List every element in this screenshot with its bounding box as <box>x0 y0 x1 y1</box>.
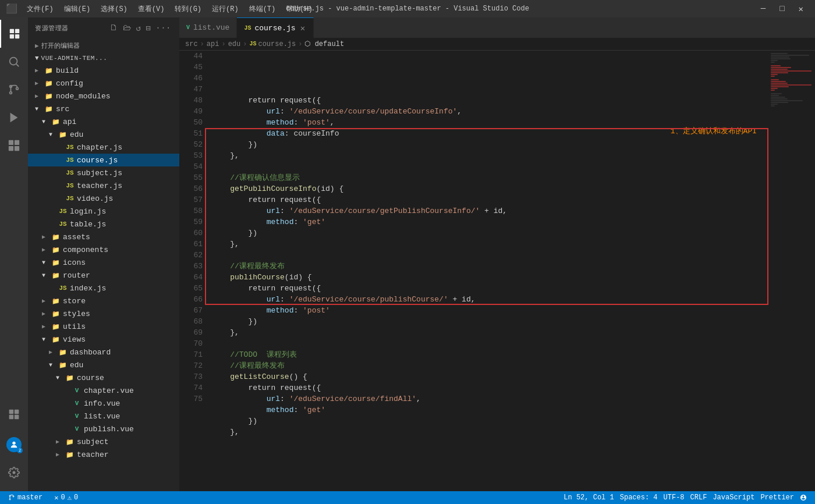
close-button[interactable]: ✕ <box>793 3 809 15</box>
code-line: method: 'get' <box>212 216 768 228</box>
new-folder-icon[interactable]: 🗁 <box>122 22 133 34</box>
tab-list-vue[interactable]: V list.vue <box>179 17 237 38</box>
status-position[interactable]: Ln 52, Col 1 <box>561 491 616 504</box>
code-token: }) <box>212 316 257 327</box>
activity-search[interactable] <box>0 48 28 76</box>
tree-label: subject.js <box>77 169 122 178</box>
tree-item-course.js[interactable]: JS course.js <box>28 154 179 166</box>
svg-rect-11 <box>15 140 19 145</box>
status-eol[interactable]: CRLF <box>688 491 710 504</box>
tree-item-video.js[interactable]: JS video.js <box>28 192 179 205</box>
status-spaces[interactable]: Spaces: 4 <box>618 491 660 504</box>
tree-item-components[interactable]: ▶ 📁 components <box>28 243 179 256</box>
status-language[interactable]: JavaScript <box>710 491 757 504</box>
tree-item-config[interactable]: ▶ 📁 config <box>28 77 179 90</box>
status-formatter[interactable]: Prettier <box>758 491 796 504</box>
activity-account[interactable]: 2 <box>0 431 28 459</box>
menu-item[interactable]: 查看(V) <box>133 3 169 15</box>
tree-item-teacher.js[interactable]: JS teacher.js <box>28 179 179 192</box>
svg-rect-16 <box>9 415 14 420</box>
open-editors-section[interactable]: ▶ 打开的编辑器 <box>28 39 179 52</box>
refresh-icon[interactable]: ↺ <box>134 22 142 34</box>
menu-item[interactable]: 选择(S) <box>96 3 132 15</box>
minimize-button[interactable]: ─ <box>755 3 771 15</box>
tree-item-build[interactable]: ▶ 📁 build <box>28 64 179 77</box>
tree-item-api[interactable]: ▼ 📁 api <box>28 115 179 128</box>
breadcrumb-default[interactable]: ⬡ default <box>304 40 344 48</box>
tree-item-publish.vue[interactable]: V publish.vue <box>28 423 179 435</box>
code-line <box>212 161 768 172</box>
tree-item-edu2[interactable]: ▼ 📁 edu <box>28 359 179 371</box>
status-feedback[interactable] <box>798 491 809 504</box>
tab-close-button[interactable]: ✕ <box>299 23 306 34</box>
activity-git[interactable] <box>0 76 28 104</box>
tree-item-icons[interactable]: ▼ 📁 icons <box>28 256 179 269</box>
code-editor[interactable]: 4445464748495051525354555657585960616263… <box>179 51 768 491</box>
code-token: }, <box>212 150 239 161</box>
more-icon[interactable]: ··· <box>154 22 172 34</box>
tree-label: table.js <box>70 220 106 229</box>
status-errors[interactable]: ✕ 0 ⚠ 0 <box>52 491 80 504</box>
menu-item[interactable]: 运行(R) <box>207 3 243 15</box>
tree-item-table.js[interactable]: JS table.js <box>28 218 179 230</box>
tree-item-list.vue[interactable]: V list.vue <box>28 410 179 423</box>
tree-item-store[interactable]: ▶ 📁 store <box>28 294 179 307</box>
tree-label: list.vue <box>84 412 120 421</box>
tree-item-course2[interactable]: ▼ 📁 course <box>28 371 179 384</box>
tree-item-styles[interactable]: ▶ 📁 styles <box>28 307 179 320</box>
svg-rect-14 <box>9 410 14 414</box>
tree-item-node_modules[interactable]: ▶ 📁 node_modules <box>28 90 179 102</box>
tree-item-index.js[interactable]: JS index.js <box>28 282 179 294</box>
tree-item-dashboard[interactable]: ▶ 📁 dashboard <box>28 346 179 359</box>
code-token: '/eduService/course/findAll' <box>289 393 416 404</box>
error-icon: ✕ <box>54 494 58 502</box>
tree-label: utils <box>63 322 86 331</box>
menu-item[interactable]: 转到(G) <box>170 3 206 15</box>
minimap-line <box>771 74 778 75</box>
tree-item-subject.js[interactable]: JS subject.js <box>28 166 179 179</box>
activity-explorer[interactable] <box>0 20 28 48</box>
open-editors-arrow: ▶ <box>35 42 39 49</box>
breadcrumb-file[interactable]: JS course.js <box>249 40 296 48</box>
minimap-line <box>771 81 786 82</box>
vue-file-icon: V <box>72 424 82 434</box>
tree-item-views[interactable]: ▼ 📁 views <box>28 333 179 346</box>
tree-item-chapter.js[interactable]: JS chapter.js <box>28 141 179 154</box>
new-file-icon[interactable]: 🗋 <box>108 22 119 34</box>
tree-item-teacher2[interactable]: ▶ 📁 teacher <box>28 448 179 461</box>
tree-item-edu[interactable]: ▼ 📁 edu <box>28 128 179 141</box>
tree-item-utils[interactable]: ▶ 📁 utils <box>28 320 179 333</box>
breadcrumb-edu[interactable]: edu <box>228 40 241 48</box>
tree-item-login.js[interactable]: JS login.js <box>28 205 179 218</box>
menu-item[interactable]: 终端(T) <box>245 3 281 15</box>
menu-item[interactable]: 文件(F) <box>22 3 58 15</box>
tree-item-subject[interactable]: ▶ 📁 subject <box>28 435 179 448</box>
activity-settings[interactable] <box>0 459 28 487</box>
tree-item-router[interactable]: ▼ 📁 router <box>28 269 179 282</box>
code-token: url <box>267 393 280 404</box>
folder-icon: 📁 <box>65 437 75 446</box>
tree-item-assets[interactable]: ▶ 📁 assets <box>28 230 179 243</box>
svg-point-18 <box>12 442 15 445</box>
activity-remote[interactable] <box>0 400 28 428</box>
tree-label: edu <box>70 361 83 370</box>
tree-item-chapter.vue[interactable]: V chapter.vue <box>28 384 179 397</box>
svg-rect-0 <box>10 29 14 33</box>
collapse-icon[interactable]: ⊟ <box>144 22 152 34</box>
tab-course-js[interactable]: JS course.js ✕ <box>237 17 314 38</box>
menu-item[interactable]: 编辑(E) <box>59 3 95 15</box>
activity-extensions[interactable] <box>0 132 28 159</box>
tree-label: node_modules <box>56 92 111 101</box>
maximize-button[interactable]: □ <box>774 3 790 15</box>
breadcrumb-src[interactable]: src <box>185 40 198 48</box>
tree-item-src[interactable]: ▼ 📁 src <box>28 102 179 115</box>
project-section[interactable]: ▼ VUE-ADMIN-TEM... <box>28 52 179 64</box>
status-branch[interactable]: master <box>6 491 45 504</box>
code-line <box>212 250 768 261</box>
breadcrumb-api[interactable]: api <box>207 40 219 48</box>
code-token: //TODO 课程列表 <box>212 349 297 360</box>
line-number: 72 <box>179 360 203 371</box>
tree-item-info.vue[interactable]: V info.vue <box>28 397 179 410</box>
activity-run[interactable] <box>0 104 28 132</box>
status-encoding[interactable]: UTF-8 <box>661 491 687 504</box>
